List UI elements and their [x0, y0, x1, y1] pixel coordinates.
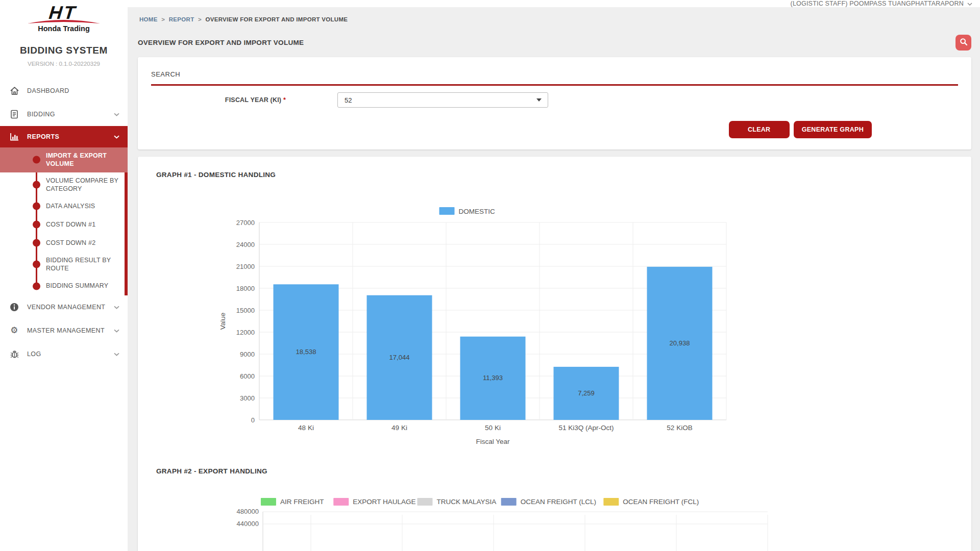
- svg-text:50 Ki: 50 Ki: [485, 424, 501, 432]
- search-actions: CLEAR GENERATE GRAPH: [151, 121, 872, 138]
- gear-icon: ⚙: [8, 326, 20, 335]
- submenu-dot-icon: [33, 156, 40, 164]
- ht-logo-mark: HT: [20, 3, 107, 27]
- home-icon: [8, 86, 20, 95]
- user-label: (LOGISTIC STAFF) POOMPASS TUANGPHATTARAP…: [791, 0, 964, 7]
- app-version: VERSION : 0.1.0-20220329: [0, 61, 128, 67]
- legend-swatch-domestic: [439, 207, 455, 215]
- svg-text:24000: 24000: [236, 241, 255, 248]
- required-asterisk: *: [283, 96, 286, 104]
- svg-text:480000: 480000: [237, 508, 259, 515]
- honda-trading-logo: HT Honda Trading: [0, 0, 128, 33]
- submenu-item-label: VOLUME COMPARE BY CATEGORY: [46, 177, 118, 193]
- svg-text:6000: 6000: [240, 372, 255, 380]
- reports-submenu: IMPORT & EXPORT VOLUMEVOLUME COMPARE BY …: [0, 147, 128, 295]
- svg-text:52 KiOB: 52 KiOB: [667, 424, 692, 432]
- reports-submenu-item-6[interactable]: BIDDING SUMMARY: [0, 277, 128, 295]
- search-panel-heading: SEARCH: [151, 70, 958, 78]
- svg-text:Value: Value: [219, 313, 227, 330]
- submenu-item-label: IMPORT & EXPORT VOLUME: [46, 152, 118, 168]
- search-toggle-button[interactable]: [955, 35, 971, 51]
- submenu-dot-icon: [33, 203, 40, 210]
- sidebar-item-reports[interactable]: REPORTS: [0, 126, 128, 147]
- page-title: OVERVIEW FOR EXPORT AND IMPORT VOLUME: [138, 39, 304, 46]
- graph1-title: GRAPH #1 - DOMESTIC HANDLING: [156, 171, 953, 179]
- submenu-dot-icon: [33, 261, 40, 268]
- graph2-chart-wrap: AIR FREIGHTEXPORT HAULAGETRUCK MALAYSIAO…: [212, 495, 953, 551]
- svg-text:21000: 21000: [236, 263, 255, 270]
- svg-text:9000: 9000: [240, 350, 255, 358]
- legend-swatch-air-freight: [261, 498, 276, 506]
- app-title: BIDDING SYSTEM: [0, 45, 128, 56]
- reports-submenu-item-3[interactable]: COST DOWN #1: [0, 215, 128, 234]
- breadcrumb: HOME > REPORT > OVERVIEW FOR EXPORT AND …: [138, 16, 971, 22]
- legend-swatch-ocean-freight-fcl-: [603, 498, 619, 506]
- legend-swatch-truck-malaysia: [417, 498, 432, 506]
- svg-text:OCEAN FREIGHT (LCL): OCEAN FREIGHT (LCL): [521, 498, 596, 506]
- reports-submenu-item-0[interactable]: IMPORT & EXPORT VOLUME: [0, 147, 128, 172]
- svg-text:49 Ki: 49 Ki: [391, 424, 407, 432]
- sidebar-item-label: DASHBOARD: [27, 87, 69, 94]
- search-panel: SEARCH FISCAL YEAR (KI) * 52 CLEAR GENER…: [138, 57, 971, 149]
- sidebar-item-dashboard[interactable]: DASHBOARD: [0, 79, 128, 103]
- svg-text:3000: 3000: [240, 394, 255, 402]
- main-area: (LOGISTIC STAFF) POOMPASS TUANGPHATTARAP…: [128, 0, 980, 551]
- chevron-down-icon: [114, 350, 119, 358]
- graph2-title: GRAPH #2 - EXPORT HANDLING: [156, 467, 953, 475]
- svg-text:18000: 18000: [236, 285, 255, 292]
- breadcrumb-current: OVERVIEW FOR EXPORT AND IMPORT VOLUME: [206, 16, 348, 22]
- domestic-handling-bar-chart: DOMESTIC03000600090001200015000180002100…: [216, 202, 731, 447]
- fiscal-year-select[interactable]: 52: [337, 92, 548, 108]
- bug-icon: [8, 349, 20, 359]
- svg-text:OCEAN FREIGHT (FCL): OCEAN FREIGHT (FCL): [623, 498, 699, 506]
- sidebar-item-log[interactable]: LOG: [0, 342, 128, 366]
- chevron-down-icon: [114, 133, 119, 140]
- sidebar-item-label: BIDDING: [27, 111, 55, 118]
- reports-submenu-item-2[interactable]: DATA ANALYSIS: [0, 197, 128, 215]
- sidebar-nav: DASHBOARD BIDDING: [0, 79, 128, 366]
- reports-submenu-item-5[interactable]: BIDDING RESULT BY ROUTE: [0, 252, 128, 277]
- submenu-item-label: BIDDING SUMMARY: [46, 282, 108, 290]
- user-menu[interactable]: (LOGISTIC STAFF) POOMPASS TUANGPHATTARAP…: [791, 0, 972, 7]
- charts-panel: GRAPH #1 - DOMESTIC HANDLING DOMESTIC030…: [138, 157, 971, 551]
- breadcrumb-home-link[interactable]: HOME: [139, 16, 158, 22]
- sidebar-item-master-management[interactable]: ⚙ MASTER MANAGEMENT: [0, 319, 128, 342]
- submenu-item-label: COST DOWN #1: [46, 220, 95, 229]
- graph1-chart-wrap: DOMESTIC03000600090001200015000180002100…: [216, 202, 953, 449]
- info-icon: [8, 303, 20, 312]
- submenu-item-label: COST DOWN #2: [46, 239, 95, 247]
- submenu-dot-icon: [33, 221, 40, 229]
- svg-text:11,393: 11,393: [483, 374, 503, 382]
- legend-swatch-ocean-freight-lcl-: [501, 498, 517, 506]
- svg-text:18,538: 18,538: [296, 348, 316, 356]
- search-panel-underline: [151, 84, 958, 86]
- generate-graph-button[interactable]: GENERATE GRAPH: [794, 121, 872, 138]
- breadcrumb-separator: >: [198, 16, 202, 22]
- svg-text:15000: 15000: [236, 307, 255, 314]
- logo-subtitle: Honda Trading: [0, 24, 128, 33]
- reports-submenu-item-4[interactable]: COST DOWN #2: [0, 234, 128, 252]
- document-icon: [8, 110, 20, 119]
- fiscal-year-selected-value: 52: [345, 96, 352, 104]
- svg-text:EXPORT HAULAGE: EXPORT HAULAGE: [353, 498, 415, 506]
- fiscal-year-label: FISCAL YEAR (KI) *: [151, 96, 286, 104]
- svg-text:DOMESTIC: DOMESTIC: [459, 208, 496, 215]
- sidebar-item-label: VENDOR MANAGEMENT: [27, 304, 105, 311]
- clear-button[interactable]: CLEAR: [729, 121, 790, 138]
- svg-text:0: 0: [251, 416, 255, 424]
- sidebar-item-vendor-management[interactable]: VENDOR MANAGEMENT: [0, 295, 128, 319]
- sidebar-item-bidding[interactable]: BIDDING: [0, 103, 128, 126]
- reports-submenu-item-1[interactable]: VOLUME COMPARE BY CATEGORY: [0, 172, 128, 197]
- svg-text:TRUCK MALAYSIA: TRUCK MALAYSIA: [436, 498, 496, 506]
- breadcrumb-report-link[interactable]: REPORT: [169, 16, 194, 22]
- chevron-down-icon: [114, 327, 119, 334]
- user-chevron-icon: [967, 0, 972, 7]
- chevron-down-icon: [114, 111, 119, 118]
- svg-text:51 Ki3Q (Apr-Oct): 51 Ki3Q (Apr-Oct): [558, 424, 614, 432]
- svg-text:48 Ki: 48 Ki: [298, 424, 314, 432]
- submenu-item-label: BIDDING RESULT BY ROUTE: [46, 256, 118, 273]
- legend-swatch-export-haulage: [333, 498, 349, 506]
- title-row: OVERVIEW FOR EXPORT AND IMPORT VOLUME: [138, 35, 971, 51]
- export-handling-bar-chart: AIR FREIGHTEXPORT HAULAGETRUCK MALAYSIAO…: [212, 495, 860, 551]
- svg-text:AIR FREIGHT: AIR FREIGHT: [280, 498, 324, 506]
